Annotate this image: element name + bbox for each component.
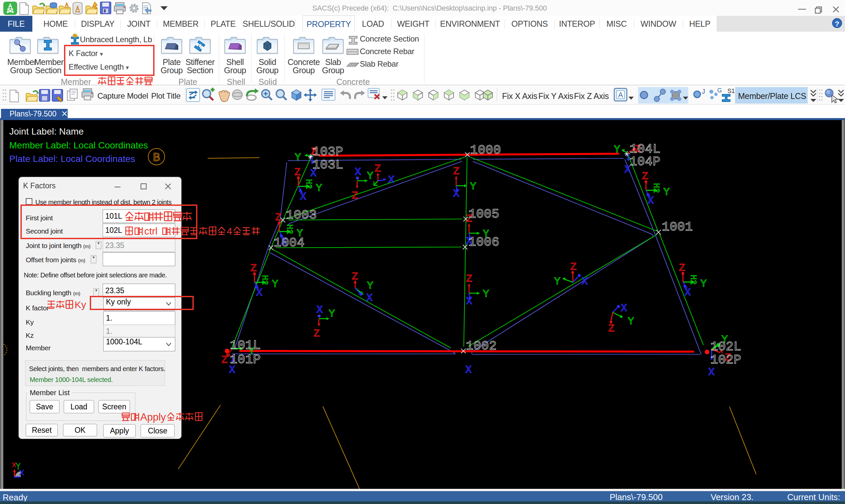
svg-text:ctrl: ctrl xyxy=(144,226,157,236)
svg-text:Ky: Ky xyxy=(75,299,86,310)
svg-text:Apply: Apply xyxy=(140,411,166,423)
svg-text:4: 4 xyxy=(227,226,232,236)
